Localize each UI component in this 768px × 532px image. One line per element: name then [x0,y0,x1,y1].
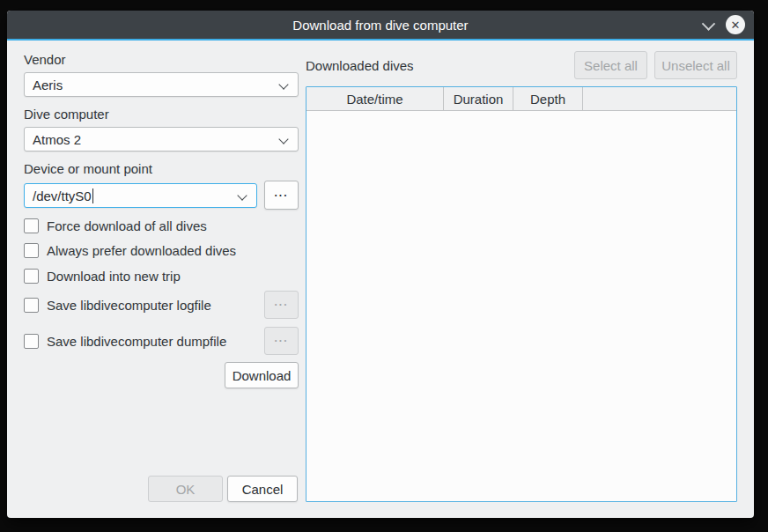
dive-computer-value: Atmos 2 [33,132,81,147]
vendor-value: Aeris [33,78,63,92]
checkbox-label: Download into new trip [47,269,181,284]
device-value: /dev/ttyS0 [33,188,92,203]
ok-button[interactable]: OK [148,476,223,502]
device-label: Device or mount point [24,161,152,176]
new-trip-row: Download into new trip [24,266,181,285]
logfile-browse-button[interactable]: ... [264,291,299,319]
column-header-datetime[interactable]: Date/time [306,87,444,110]
window-title: Download from dive computer [292,18,468,33]
force-download-checkbox[interactable] [24,218,39,233]
download-dialog: Download from dive computer ✕ Vendor Aer… [7,11,754,518]
text-caret [92,188,93,203]
ellipsis-label: ... [274,302,288,307]
vendor-label: Vendor [24,52,66,67]
titlebar: Download from dive computer ✕ [7,11,754,39]
titlebar-accent-line [7,39,754,41]
dive-computer-select[interactable]: Atmos 2 [24,127,299,151]
dumpfile-browse-button[interactable]: ... [264,327,299,355]
column-header-empty [583,87,736,110]
save-dumpfile-checkbox[interactable] [24,334,39,349]
dive-computer-label: Dive computer [24,107,109,122]
unselect-all-button[interactable]: Unselect all [654,51,737,79]
save-logfile-row: Save libdivecomputer logfile [24,295,211,314]
force-download-row: Force download of all dives [24,216,207,235]
table-header-row: Date/time Duration Depth [306,87,736,111]
select-all-button[interactable]: Select all [574,51,647,79]
device-input[interactable]: /dev/ttyS0 [24,183,257,208]
new-trip-checkbox[interactable] [24,269,39,284]
chevron-down-icon [278,134,288,144]
column-header-duration[interactable]: Duration [444,87,513,110]
ellipsis-label: ... [274,193,288,198]
chevron-down-icon [237,190,247,200]
checkbox-label: Save libdivecomputer dumpfile [47,334,226,349]
download-button[interactable]: Download [225,362,299,388]
close-icon[interactable]: ✕ [726,15,745,34]
checkbox-label: Force download of all dives [47,218,207,233]
cancel-button[interactable]: Cancel [227,476,298,502]
prefer-downloaded-row: Always prefer downloaded dives [24,240,236,260]
prefer-downloaded-checkbox[interactable] [24,243,39,258]
column-header-depth[interactable]: Depth [513,87,583,110]
chevron-down-icon[interactable] [704,20,713,30]
downloaded-dives-table[interactable]: Date/time Duration Depth [306,86,737,502]
vendor-select[interactable]: Aeris [24,72,299,97]
chevron-down-icon [278,79,288,89]
downloaded-dives-heading: Downloaded dives [306,58,414,73]
save-dumpfile-row: Save libdivecomputer dumpfile [24,331,226,351]
table-body-empty [306,111,736,501]
checkbox-label: Save libdivecomputer logfile [47,298,211,313]
save-logfile-checkbox[interactable] [24,298,39,313]
ellipsis-label: ... [274,338,288,344]
device-browse-button[interactable]: ... [264,181,299,210]
checkbox-label: Always prefer downloaded dives [47,243,236,258]
